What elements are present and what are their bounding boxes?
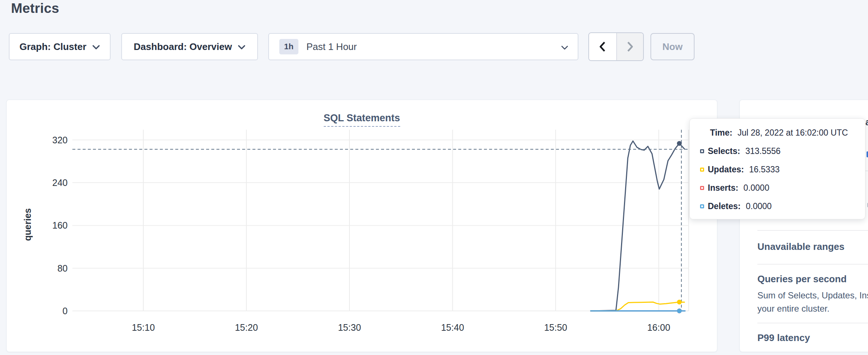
chevron-right-icon [625, 40, 634, 53]
series-line-updates [591, 302, 684, 311]
tooltip-series-value: 313.5556 [745, 146, 781, 156]
sql-statements-chart-card: SQL Statements 08016024032015:1015:2015:… [6, 100, 717, 352]
tooltip-time-label: Time: [710, 128, 732, 137]
inserts-swatch-icon [700, 186, 704, 190]
x-tick-label: 15:30 [338, 322, 361, 333]
dashboard-dropdown[interactable]: Dashboard: Overview [121, 33, 258, 60]
tooltip-series-row: Inserts: 0.0000 [700, 183, 865, 193]
next-timerange-button[interactable] [616, 33, 643, 60]
tooltip-time-row: Time: Jul 28, 2022 at 16:02:00 UTC [710, 128, 865, 137]
tooltip-series-label: Updates: [708, 165, 744, 174]
tooltip-series-row: Deletes: 0.0000 [700, 201, 865, 211]
sidebar-divider [757, 230, 868, 231]
hover-dot-selects [677, 141, 682, 146]
sidebar-divider [757, 264, 868, 265]
dashboard-dropdown-label: Dashboard: Overview [134, 41, 232, 53]
y-tick-label: 160 [52, 220, 68, 230]
queries-per-second-description: Sum of Selects, Updates, Inser your enti… [757, 289, 868, 315]
time-pager [588, 32, 644, 61]
page-title: Metrics [11, 1, 59, 16]
tooltip-series-label: Selects: [708, 146, 740, 156]
tooltip-series-label: Deletes: [708, 201, 740, 211]
description-line: your entire cluster. [757, 302, 868, 315]
tooltip-series-value: 16.5333 [749, 165, 779, 174]
chart-tooltip: Time: Jul 28, 2022 at 16:02:00 UTC Selec… [689, 118, 865, 219]
chevron-down-icon [561, 46, 568, 50]
sql-statements-chart-svg[interactable]: 08016024032015:1015:2015:3015:4015:5016:… [7, 100, 718, 352]
tooltip-time-value: Jul 28, 2022 at 16:02:00 UTC [738, 128, 848, 137]
x-tick-label: 16:00 [647, 322, 670, 333]
sidebar-divider [757, 323, 868, 323]
tooltip-series-value: 0.0000 [746, 201, 771, 211]
sidebar-heading-queries-per-second: Queries per second [757, 273, 847, 285]
time-range-selector[interactable]: 1h Past 1 Hour [268, 33, 578, 60]
selects-swatch-icon [700, 149, 704, 153]
tooltip-series-value: 0.0000 [743, 183, 769, 193]
description-line: Sum of Selects, Updates, Inser [757, 289, 868, 302]
now-button[interactable]: Now [650, 33, 695, 60]
time-range-label: Past 1 Hour [306, 41, 357, 53]
x-tick-label: 15:40 [441, 322, 464, 333]
chevron-down-icon [92, 45, 100, 50]
hover-dot-deletes [677, 309, 682, 313]
tooltip-series-label: Inserts: [708, 183, 738, 193]
x-tick-label: 15:50 [544, 322, 567, 333]
y-axis-label: queries [22, 208, 33, 241]
x-tick-label: 15:20 [235, 322, 258, 333]
time-range-badge: 1h [279, 39, 298, 54]
y-tick-label: 80 [57, 263, 68, 273]
sidebar-edge-text-fragment: a [865, 117, 868, 128]
y-tick-label: 0 [62, 306, 68, 316]
sidebar-heading-p99-latency: P99 latency [757, 332, 810, 344]
series-line-selects [591, 141, 684, 311]
chevron-left-icon [598, 40, 607, 53]
prev-timerange-button[interactable] [589, 33, 616, 60]
tooltip-series-row: Updates: 16.5333 [700, 165, 865, 174]
graph-dropdown-label: Graph: Cluster [19, 41, 86, 53]
sidebar-heading-unavailable-ranges: Unavailable ranges [757, 241, 844, 252]
chevron-down-icon [238, 45, 245, 50]
tooltip-series-row: Selects: 313.5556 [700, 146, 865, 156]
graph-dropdown[interactable]: Graph: Cluster [9, 33, 111, 60]
sidebar-edge-blue-fragment [867, 151, 868, 157]
y-tick-label: 320 [52, 135, 68, 145]
updates-swatch-icon [700, 168, 704, 172]
hover-dot-updates [677, 300, 682, 304]
x-tick-label: 15:10 [132, 322, 155, 333]
y-tick-label: 240 [52, 178, 68, 188]
deletes-swatch-icon [700, 204, 704, 208]
